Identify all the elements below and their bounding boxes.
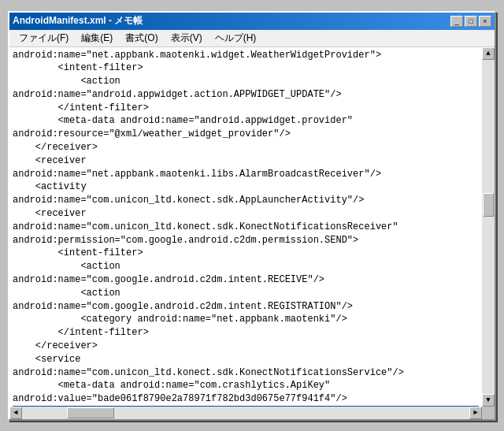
minimize-button[interactable]: _	[450, 16, 463, 27]
menu-help[interactable]: ヘルプ(H)	[209, 30, 263, 46]
scroll-right-button[interactable]: ►	[469, 407, 482, 419]
menu-view[interactable]: 表示(V)	[165, 30, 209, 46]
close-button[interactable]: ×	[479, 16, 491, 27]
menu-file[interactable]: ファイル(F)	[13, 30, 75, 46]
title-bar-buttons: _ □ ×	[450, 16, 491, 27]
content-area: android:name="net.appbank.maotenki.widge…	[9, 47, 495, 407]
menu-edit[interactable]: 編集(E)	[75, 30, 119, 46]
scroll-down-button[interactable]: ▼	[482, 394, 495, 407]
scroll-left-button[interactable]: ◄	[9, 407, 22, 419]
menu-bar: ファイル(F) 編集(E) 書式(O) 表示(V) ヘルプ(H)	[9, 30, 495, 47]
horizontal-scrollbar[interactable]: ◄ ►	[9, 407, 495, 419]
menu-format[interactable]: 書式(O)	[119, 30, 164, 46]
hscroll-track[interactable]	[22, 407, 469, 419]
scroll-thumb[interactable]	[483, 193, 494, 217]
vertical-scrollbar[interactable]: ▲ ▼	[482, 47, 495, 407]
maximize-button[interactable]: □	[465, 16, 477, 27]
scroll-track[interactable]	[482, 60, 495, 394]
main-window: AndroidManifest.xml - メモ帳 _ □ × ファイル(F) …	[8, 11, 496, 421]
window-title: AndroidManifest.xml - メモ帳	[13, 14, 143, 28]
title-bar: AndroidManifest.xml - メモ帳 _ □ ×	[9, 13, 495, 30]
hscroll-thumb[interactable]	[67, 407, 114, 418]
scroll-up-button[interactable]: ▲	[482, 47, 495, 60]
text-editor[interactable]: android:name="net.appbank.maotenki.widge…	[9, 47, 482, 407]
scrollbar-corner	[482, 407, 495, 419]
